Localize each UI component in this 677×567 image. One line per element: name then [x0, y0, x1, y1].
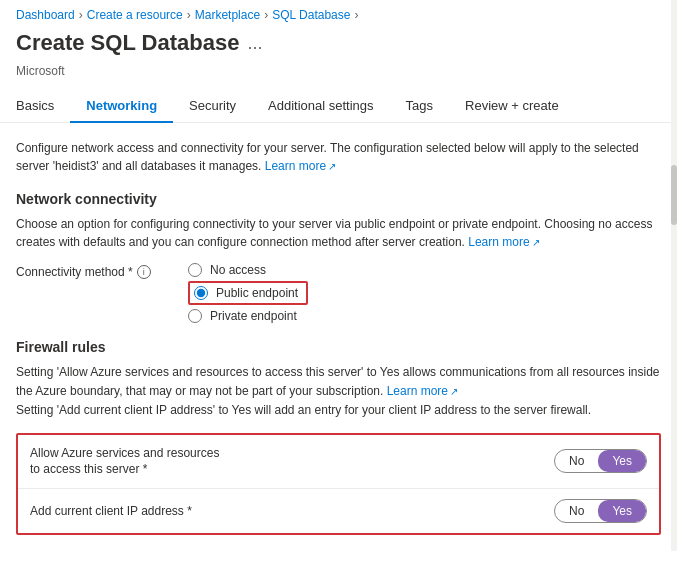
network-connectivity-section: Network connectivity Choose an option fo…	[16, 191, 661, 323]
ellipsis-button[interactable]: ...	[247, 33, 262, 54]
connectivity-radio-group: No access Public endpoint Private endpoi…	[188, 263, 308, 323]
learn-more-link-2[interactable]: Learn more	[468, 235, 539, 249]
radio-private-endpoint-label: Private endpoint	[210, 309, 297, 323]
breadcrumb: Dashboard › Create a resource › Marketpl…	[0, 0, 677, 26]
radio-public-endpoint[interactable]: Public endpoint	[194, 286, 298, 300]
breadcrumb-create-resource[interactable]: Create a resource	[87, 8, 183, 22]
connectivity-method-row: Connectivity method * i No access Public…	[16, 263, 661, 323]
page-header: Create SQL Database ...	[0, 26, 677, 64]
network-connectivity-title: Network connectivity	[16, 191, 661, 207]
scrollbar-thumb[interactable]	[671, 165, 677, 225]
azure-services-label: Allow Azure services and resources to ac…	[30, 445, 230, 479]
radio-no-access-input[interactable]	[188, 263, 202, 277]
tab-tags[interactable]: Tags	[390, 90, 449, 123]
scrollbar-track	[671, 0, 677, 551]
learn-more-link-3[interactable]: Learn more	[387, 384, 458, 398]
radio-public-endpoint-input[interactable]	[194, 286, 208, 300]
azure-services-no[interactable]: No	[555, 450, 598, 472]
networking-description: Configure network access and connectivit…	[16, 139, 661, 175]
azure-services-yes[interactable]: Yes	[598, 450, 646, 472]
tab-security[interactable]: Security	[173, 90, 252, 123]
firewall-description: Setting 'Allow Azure services and resour…	[16, 363, 661, 421]
firewall-rules-box: Allow Azure services and resources to ac…	[16, 433, 661, 536]
radio-private-endpoint-input[interactable]	[188, 309, 202, 323]
firewall-rules-title: Firewall rules	[16, 339, 661, 355]
firewall-rule-client-ip: Add current client IP address * No Yes	[18, 489, 659, 533]
radio-no-access[interactable]: No access	[188, 263, 308, 277]
connectivity-method-label: Connectivity method * i	[16, 263, 176, 279]
public-endpoint-highlighted: Public endpoint	[188, 281, 308, 305]
breadcrumb-dashboard[interactable]: Dashboard	[16, 8, 75, 22]
page-subtitle: Microsoft	[0, 64, 677, 90]
tab-networking[interactable]: Networking	[70, 90, 173, 123]
breadcrumb-marketplace[interactable]: Marketplace	[195, 8, 260, 22]
firewall-rule-azure-services: Allow Azure services and resources to ac…	[18, 435, 659, 490]
breadcrumb-sql-database[interactable]: SQL Database	[272, 8, 350, 22]
azure-services-toggle[interactable]: No Yes	[554, 449, 647, 473]
learn-more-link-1[interactable]: Learn more	[265, 159, 336, 173]
radio-private-endpoint[interactable]: Private endpoint	[188, 309, 308, 323]
tab-review-create[interactable]: Review + create	[449, 90, 575, 123]
page-title: Create SQL Database	[16, 30, 239, 56]
tab-additional-settings[interactable]: Additional settings	[252, 90, 390, 123]
main-content: Configure network access and connectivit…	[0, 123, 677, 551]
radio-no-access-label: No access	[210, 263, 266, 277]
client-ip-toggle[interactable]: No Yes	[554, 499, 647, 523]
connectivity-info-icon[interactable]: i	[137, 265, 151, 279]
client-ip-yes[interactable]: Yes	[598, 500, 646, 522]
client-ip-no[interactable]: No	[555, 500, 598, 522]
radio-public-endpoint-label: Public endpoint	[216, 286, 298, 300]
network-connectivity-description: Choose an option for configuring connect…	[16, 215, 661, 251]
firewall-rules-section: Firewall rules Setting 'Allow Azure serv…	[16, 339, 661, 535]
tab-basics[interactable]: Basics	[16, 90, 70, 123]
tabs-container: Basics Networking Security Additional se…	[0, 90, 677, 123]
client-ip-label: Add current client IP address *	[30, 503, 192, 520]
